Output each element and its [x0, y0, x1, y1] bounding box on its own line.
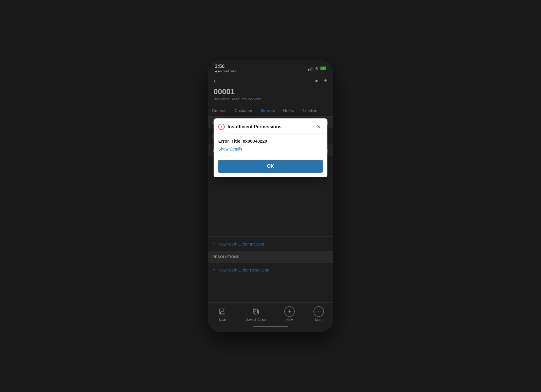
modal-body: Error_Title_0x80040220 Show Details [214, 134, 327, 156]
modal-overlay: ! Insufficient Permissions ✕ Error_Title… [208, 60, 333, 332]
error-code: Error_Title_0x80040220 [218, 139, 323, 144]
modal-header: ! Insufficient Permissions ✕ [214, 118, 327, 134]
modal-header-left: ! Insufficient Permissions [218, 124, 282, 130]
modal-title: Insufficient Permissions [228, 124, 282, 130]
error-icon: ! [218, 124, 225, 130]
show-details-link[interactable]: Show Details [218, 147, 242, 151]
modal-footer: OK [214, 156, 327, 177]
ok-button[interactable]: OK [218, 160, 323, 173]
permissions-modal: ! Insufficient Permissions ✕ Error_Title… [214, 118, 327, 177]
modal-close-button[interactable]: ✕ [315, 123, 323, 131]
